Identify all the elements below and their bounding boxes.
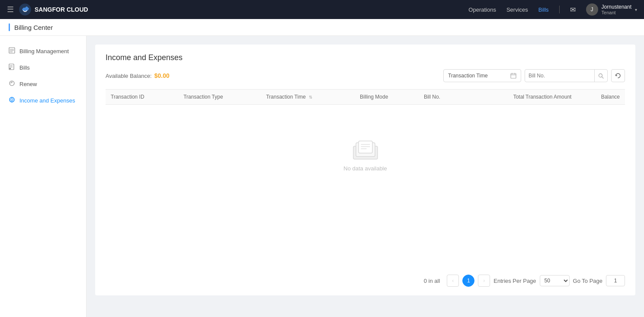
notification-bell-icon[interactable]: ✉ [570,6,576,14]
refresh-icon [615,73,621,79]
filter-row: Available Balance: $0.00 Transaction Tim… [106,69,625,82]
svg-rect-8 [10,68,11,69]
date-picker-label: Transaction Time [448,73,488,79]
table-wrap: Transaction ID Transaction Type Transact… [106,89,625,266]
content-card: Income and Expenses Available Balance: $… [95,45,635,295]
topnav: ☰ SANGFOR CLOUD Operations Services Bill… [0,0,644,19]
pagination-total: 0 in all [424,278,440,284]
page-title: Income and Expenses [106,53,625,62]
calendar-icon [510,73,516,79]
sidebar-item-bills[interactable]: Bills [0,59,86,76]
per-page-label: Entries Per Page [493,278,536,284]
logo-icon [19,3,31,16]
goto-label: Go To Page [573,278,602,284]
renew-icon [9,80,15,88]
per-page-select[interactable]: 10 20 50 100 [540,275,570,286]
bill-no-search-input[interactable] [525,71,594,80]
filter-controls: Transaction Time [443,69,625,82]
svg-point-11 [11,99,13,101]
sidebar: Billing Management Bills Renew Income an… [0,36,87,317]
avatar: J [586,3,598,16]
col-transaction-type: Transaction Type [178,90,261,105]
sidebar-item-renew[interactable]: Renew [0,76,86,92]
income-expenses-icon [9,96,15,104]
transactions-table: Transaction ID Transaction Type Transact… [106,89,625,105]
billing-management-icon [9,47,15,55]
svg-rect-14 [511,74,516,78]
col-billing-mode: Billing Mode [355,90,419,105]
search-icon [598,73,604,79]
balance-label: Available Balance: [106,73,152,79]
balance-value: $0.00 [154,72,170,79]
bills-icon [9,64,15,71]
empty-text: No data available [343,165,387,172]
col-total-amount: Total Transaction Amount [463,90,577,105]
col-transaction-time[interactable]: Transaction Time ⇅ [261,90,355,105]
header-accent [9,23,10,31]
page-1-button[interactable]: 1 [462,275,474,287]
pagination: 0 in all ‹ 1 › Entries Per Page 10 20 50… [106,275,625,287]
table-header-row: Transaction ID Transaction Type Transact… [106,90,625,105]
col-balance: Balance [577,90,625,105]
sidebar-label-bills: Bills [19,64,30,71]
balance-info: Available Balance: $0.00 [106,72,170,79]
sidebar-item-billing-management[interactable]: Billing Management [0,43,86,59]
billing-center-title: Billing Center [14,24,53,31]
empty-state: No data available [106,105,625,206]
user-name: Jornustenant [602,4,631,10]
refresh-button[interactable] [611,69,625,82]
sidebar-item-income-expenses[interactable]: Income and Expenses [0,92,86,109]
nav-divider [559,6,560,13]
prev-page-button[interactable]: ‹ [447,275,459,287]
sidebar-label-billing-management: Billing Management [19,48,69,54]
user-info[interactable]: J Jornustenant Tenant ▾ [586,3,637,16]
user-role: Tenant [602,10,631,15]
hamburger-icon[interactable]: ☰ [7,5,14,14]
sidebar-label-renew: Renew [19,81,37,87]
billing-center-header: Billing Center [0,19,644,36]
sort-transaction-time-icon[interactable]: ⇅ [309,95,312,99]
empty-state-icon [352,139,379,160]
search-button[interactable] [594,69,607,82]
svg-line-19 [602,77,604,78]
date-picker[interactable]: Transaction Time [443,69,521,82]
col-bill-no: Bill No. [419,90,463,105]
sidebar-label-income-expenses: Income and Expenses [19,97,75,104]
nav-services[interactable]: Services [506,6,528,13]
search-wrap [525,69,608,82]
nav-operations[interactable]: Operations [468,6,496,13]
main-content: Income and Expenses Available Balance: $… [87,36,644,317]
nav-bills[interactable]: Bills [538,6,549,13]
next-page-button[interactable]: › [478,275,490,287]
col-transaction-id: Transaction ID [106,90,178,105]
user-menu-chevron-icon: ▾ [635,7,637,12]
goto-page-input[interactable] [606,275,625,286]
logo: SANGFOR CLOUD [19,3,88,16]
svg-rect-22 [359,141,372,153]
logo-text: SANGFOR CLOUD [35,6,88,13]
